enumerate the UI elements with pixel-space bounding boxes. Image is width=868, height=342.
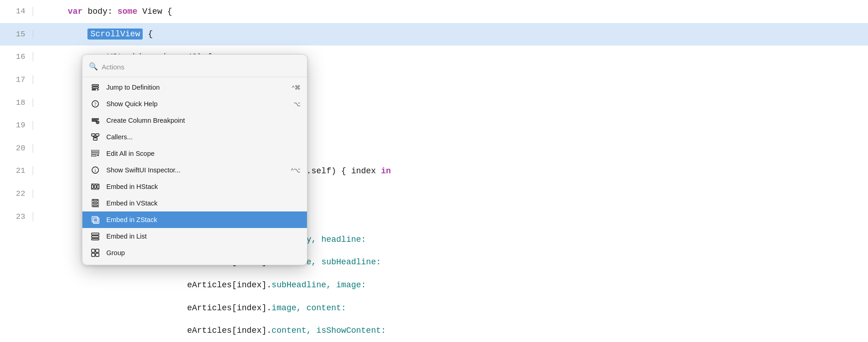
- line-content-15: ScrollView {: [33, 29, 153, 39]
- group-icon: [89, 249, 102, 257]
- line-number-14: 14: [0, 7, 33, 16]
- menu-item-group[interactable]: Group: [82, 245, 307, 261]
- edit-all-in-scope-icon: [89, 149, 102, 158]
- line-number-16: 16: [0, 52, 33, 61]
- svg-rect-22: [93, 205, 98, 206]
- menu-item-show-quick-help[interactable]: ? Show Quick Help ⌥: [82, 96, 307, 112]
- embed-in-zstack-label: Embed in ZStack: [106, 216, 301, 223]
- line-number-22: 22: [0, 189, 33, 198]
- embed-in-list-icon: [89, 232, 102, 240]
- svg-rect-6: [92, 120, 97, 121]
- menu-item-embed-in-hstack[interactable]: Embed in HStack: [82, 178, 307, 195]
- svg-text:?: ?: [94, 102, 97, 107]
- embed-in-list-label: Embed in List: [106, 233, 301, 240]
- code-line-27: eArticles[index].image, content:: [0, 296, 868, 319]
- embed-in-hstack-icon: [89, 182, 102, 191]
- svg-rect-32: [96, 253, 99, 256]
- show-quick-help-shortcut: ⌥: [294, 101, 301, 108]
- jump-to-definition-icon: [89, 83, 102, 91]
- embed-in-vstack-label: Embed in VStack: [106, 200, 301, 207]
- svg-rect-13: [92, 155, 96, 156]
- search-placeholder: Actions: [102, 63, 124, 71]
- search-icon: 🔍: [89, 62, 98, 71]
- line-number-18: 18: [0, 98, 33, 107]
- svg-text:i: i: [95, 168, 96, 173]
- embed-in-vstack-icon: [89, 199, 102, 207]
- edit-all-in-scope-label: Edit All in Scope: [106, 150, 301, 157]
- jump-to-definition-shortcut: ^⌘: [292, 84, 301, 91]
- callers-icon: [89, 133, 102, 141]
- line-content-28: eArticles[index].content, isShowContent:: [33, 326, 386, 335]
- svg-rect-10: [93, 138, 97, 140]
- group-label: Group: [106, 249, 301, 256]
- line-number-17: 17: [0, 75, 33, 84]
- svg-rect-25: [93, 218, 99, 223]
- svg-rect-30: [96, 249, 99, 252]
- show-swiftui-inspector-icon: i: [89, 166, 102, 174]
- show-swiftui-inspector-shortcut: ^⌥: [291, 167, 301, 174]
- create-column-breakpoint-icon: [89, 116, 102, 125]
- create-column-breakpoint-label: Create Column Breakpoint: [106, 117, 301, 124]
- line-number-15: 15: [0, 30, 33, 39]
- menu-item-embed-in-vstack[interactable]: Embed in VStack: [82, 195, 307, 211]
- svg-rect-16: [92, 185, 93, 188]
- svg-rect-5: [92, 119, 98, 120]
- svg-rect-28: [92, 239, 99, 240]
- menu-search-bar: 🔍 Actions: [82, 58, 307, 77]
- embed-in-hstack-label: Embed in HStack: [106, 183, 301, 190]
- svg-rect-12: [92, 153, 99, 154]
- svg-rect-27: [92, 236, 99, 238]
- line-number-19: 19: [0, 121, 33, 130]
- svg-rect-2: [92, 89, 96, 90]
- embed-in-zstack-icon: [89, 216, 102, 224]
- svg-rect-18: [97, 185, 99, 188]
- show-quick-help-icon: ?: [89, 100, 102, 108]
- svg-rect-29: [92, 249, 95, 252]
- svg-rect-9: [96, 134, 99, 136]
- menu-item-embed-in-zstack[interactable]: Embed in ZStack: [82, 211, 307, 228]
- line-content-14: var body: some View {: [33, 7, 172, 16]
- svg-rect-11: [92, 150, 99, 152]
- context-menu: 🔍 Actions Jump to Definition ^⌘ ? Show Q…: [82, 54, 307, 265]
- jump-to-definition-label: Jump to Definition: [106, 84, 292, 91]
- menu-item-jump-to-definition[interactable]: Jump to Definition ^⌘: [82, 79, 307, 96]
- code-line-26: eArticles[index].subHeadline, image:: [0, 274, 868, 296]
- code-line-28: eArticles[index].content, isShowContent:: [0, 319, 868, 342]
- svg-rect-20: [93, 200, 98, 201]
- menu-item-show-swiftui-inspector[interactable]: i Show SwiftUI Inspector... ^⌥: [82, 162, 307, 178]
- show-quick-help-label: Show Quick Help: [106, 100, 294, 108]
- svg-rect-0: [92, 85, 98, 86]
- menu-item-callers[interactable]: Callers...: [82, 129, 307, 145]
- code-line-14: 14 var body: some View {: [0, 0, 868, 23]
- svg-rect-26: [92, 233, 99, 235]
- svg-rect-17: [94, 185, 96, 188]
- show-swiftui-inspector-label: Show SwiftUI Inspector...: [106, 166, 291, 174]
- line-number-20: 20: [0, 144, 33, 153]
- line-number-23: 23: [0, 212, 33, 221]
- callers-label: Callers...: [106, 133, 301, 141]
- svg-rect-1: [92, 87, 98, 88]
- code-line-15: 15 ScrollView {: [0, 23, 868, 46]
- line-content-27: eArticles[index].image, content:: [33, 303, 346, 313]
- line-number-21: 21: [0, 166, 33, 175]
- line-content-26: eArticles[index].subHeadline, image:: [33, 280, 366, 290]
- menu-item-create-column-breakpoint[interactable]: Create Column Breakpoint: [82, 112, 307, 129]
- menu-item-edit-all-in-scope[interactable]: Edit All in Scope: [82, 145, 307, 162]
- svg-rect-21: [93, 202, 98, 204]
- svg-rect-31: [92, 253, 95, 256]
- svg-rect-8: [92, 134, 95, 136]
- menu-item-embed-in-list[interactable]: Embed in List: [82, 228, 307, 245]
